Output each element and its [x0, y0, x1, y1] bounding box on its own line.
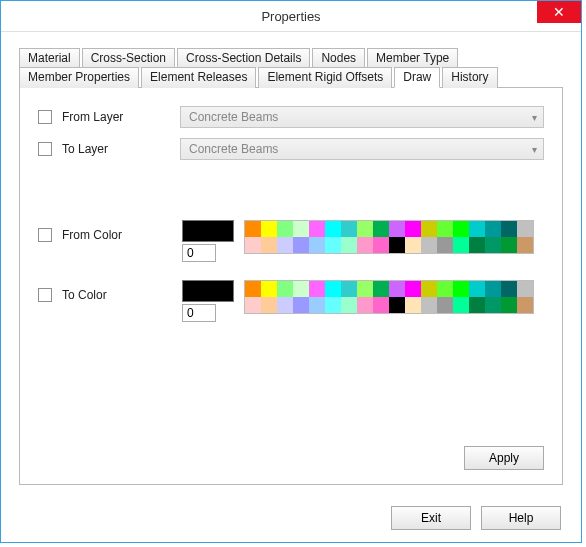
palette-cell[interactable] — [389, 237, 405, 253]
palette-cell[interactable] — [437, 237, 453, 253]
palette-cell[interactable] — [517, 221, 533, 237]
palette-cell[interactable] — [453, 281, 469, 297]
from-color-current-swatch[interactable] — [182, 220, 234, 242]
palette-cell[interactable] — [469, 281, 485, 297]
palette-cell[interactable] — [437, 297, 453, 313]
help-button[interactable]: Help — [481, 506, 561, 530]
palette-cell[interactable] — [309, 281, 325, 297]
from-layer-dropdown[interactable]: Concrete Beams ▾ — [180, 106, 544, 128]
palette-cell[interactable] — [453, 297, 469, 313]
palette-cell[interactable] — [309, 221, 325, 237]
palette-cell[interactable] — [325, 297, 341, 313]
palette-cell[interactable] — [517, 237, 533, 253]
palette-cell[interactable] — [501, 297, 517, 313]
palette-cell[interactable] — [325, 281, 341, 297]
palette-cell[interactable] — [389, 221, 405, 237]
palette-cell[interactable] — [261, 281, 277, 297]
to-layer-dropdown[interactable]: Concrete Beams ▾ — [180, 138, 544, 160]
palette-cell[interactable] — [341, 281, 357, 297]
palette-cell[interactable] — [437, 221, 453, 237]
palette-cell[interactable] — [453, 237, 469, 253]
palette-cell[interactable] — [293, 281, 309, 297]
to-color-index-input[interactable] — [182, 304, 216, 322]
palette-cell[interactable] — [501, 281, 517, 297]
palette-cell[interactable] — [485, 281, 501, 297]
tab-draw[interactable]: Draw — [394, 67, 440, 88]
palette-cell[interactable] — [261, 237, 277, 253]
palette-cell[interactable] — [405, 297, 421, 313]
footer-buttons: Exit Help — [391, 506, 561, 530]
tab-material[interactable]: Material — [19, 48, 80, 68]
palette-cell[interactable] — [261, 221, 277, 237]
palette-cell[interactable] — [373, 281, 389, 297]
palette-cell[interactable] — [309, 237, 325, 253]
palette-cell[interactable] — [341, 297, 357, 313]
palette-cell[interactable] — [405, 237, 421, 253]
palette-cell[interactable] — [389, 297, 405, 313]
palette-cell[interactable] — [277, 237, 293, 253]
palette-cell[interactable] — [277, 281, 293, 297]
palette-cell[interactable] — [373, 237, 389, 253]
palette-cell[interactable] — [373, 297, 389, 313]
from-layer-checkbox[interactable] — [38, 110, 52, 124]
tab-nodes[interactable]: Nodes — [312, 48, 365, 68]
tab-cross-section-details[interactable]: Cross-Section Details — [177, 48, 310, 68]
to-color-checkbox[interactable] — [38, 288, 52, 302]
palette-cell[interactable] — [341, 237, 357, 253]
tab-cross-section[interactable]: Cross-Section — [82, 48, 175, 68]
palette-cell[interactable] — [245, 281, 261, 297]
palette-cell[interactable] — [245, 237, 261, 253]
tab-element-rigid-offsets[interactable]: Element Rigid Offsets — [258, 67, 392, 88]
tab-history[interactable]: History — [442, 67, 497, 88]
palette-cell[interactable] — [357, 281, 373, 297]
palette-cell[interactable] — [501, 221, 517, 237]
tab-member-properties[interactable]: Member Properties — [19, 67, 139, 88]
tab-element-releases[interactable]: Element Releases — [141, 67, 256, 88]
palette-cell[interactable] — [293, 221, 309, 237]
to-color-current-swatch[interactable] — [182, 280, 234, 302]
palette-cell[interactable] — [437, 281, 453, 297]
from-color-checkbox[interactable] — [38, 228, 52, 242]
palette-cell[interactable] — [293, 237, 309, 253]
palette-cell[interactable] — [517, 297, 533, 313]
palette-cell[interactable] — [485, 221, 501, 237]
palette-cell[interactable] — [421, 237, 437, 253]
palette-cell[interactable] — [357, 221, 373, 237]
palette-cell[interactable] — [453, 221, 469, 237]
palette-cell[interactable] — [421, 281, 437, 297]
palette-cell[interactable] — [405, 221, 421, 237]
exit-button[interactable]: Exit — [391, 506, 471, 530]
palette-cell[interactable] — [325, 237, 341, 253]
close-button[interactable]: ✕ — [537, 1, 581, 23]
palette-cell[interactable] — [373, 221, 389, 237]
palette-cell[interactable] — [517, 281, 533, 297]
tab-member-type[interactable]: Member Type — [367, 48, 458, 68]
palette-cell[interactable] — [245, 221, 261, 237]
to-layer-value: Concrete Beams — [189, 142, 278, 156]
from-color-index-input[interactable] — [182, 244, 216, 262]
palette-cell[interactable] — [293, 297, 309, 313]
palette-cell[interactable] — [245, 297, 261, 313]
palette-cell[interactable] — [325, 221, 341, 237]
palette-cell[interactable] — [261, 297, 277, 313]
to-layer-checkbox[interactable] — [38, 142, 52, 156]
palette-cell[interactable] — [405, 281, 421, 297]
palette-cell[interactable] — [485, 237, 501, 253]
palette-cell[interactable] — [357, 237, 373, 253]
palette-cell[interactable] — [421, 221, 437, 237]
palette-cell[interactable] — [485, 297, 501, 313]
palette-cell[interactable] — [309, 297, 325, 313]
tab-container: Material Cross-Section Cross-Section Det… — [19, 48, 563, 485]
palette-cell[interactable] — [469, 297, 485, 313]
palette-cell[interactable] — [469, 221, 485, 237]
apply-button[interactable]: Apply — [464, 446, 544, 470]
palette-cell[interactable] — [341, 221, 357, 237]
palette-cell[interactable] — [277, 297, 293, 313]
palette-cell[interactable] — [389, 281, 405, 297]
palette-cell[interactable] — [469, 237, 485, 253]
palette-cell[interactable] — [277, 221, 293, 237]
draw-panel: From Layer Concrete Beams ▾ To Layer Con… — [19, 87, 563, 485]
palette-cell[interactable] — [357, 297, 373, 313]
palette-cell[interactable] — [421, 297, 437, 313]
palette-cell[interactable] — [501, 237, 517, 253]
